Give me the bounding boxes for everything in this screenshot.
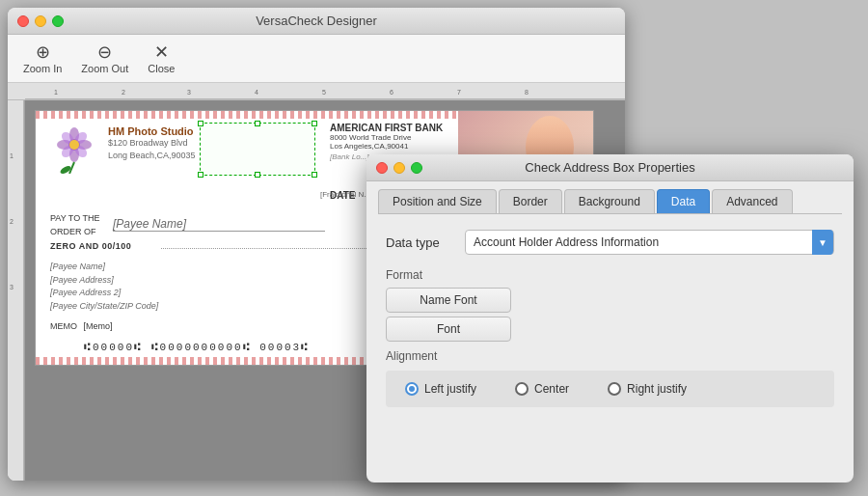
dialog-title: Check Address Box Properties	[525, 160, 694, 175]
address-line2: [Payee Address]	[50, 274, 158, 288]
svg-text:5: 5	[322, 89, 326, 96]
zoom-out-label: Zoom Out	[81, 63, 128, 74]
zoom-in-icon: ⊕	[36, 43, 50, 61]
align-center-option[interactable]: Center	[515, 382, 569, 396]
resize-handle-tl[interactable]	[198, 121, 203, 126]
ruler-left: 1 2 3	[8, 100, 25, 481]
window-controls	[17, 15, 64, 27]
format-section: Format Name Font Font	[386, 268, 834, 342]
company-name: HM Photo Studio	[108, 125, 196, 137]
svg-text:4: 4	[255, 89, 258, 96]
resize-handle-tm[interactable]	[255, 121, 260, 126]
company-address1: $120 Broadway Blvd	[108, 137, 196, 150]
data-type-select[interactable]: Account Holder Address Information ▼	[465, 230, 834, 255]
svg-text:2: 2	[10, 218, 14, 225]
dialog-window-controls	[376, 162, 422, 174]
written-amount: ZERO AND 00/100	[50, 241, 131, 251]
maximize-button[interactable]	[52, 15, 64, 27]
select-dropdown-arrow[interactable]: ▼	[812, 230, 833, 255]
resize-handle-bm[interactable]	[255, 172, 260, 178]
company-address2: Long Beach,CA,90035	[108, 150, 196, 162]
align-right-label: Right justify	[627, 382, 687, 396]
memo-label: MEMO	[50, 321, 77, 331]
toolbar: ⊕ Zoom In ⊖ Zoom Out ✕ Close	[8, 35, 625, 83]
close-label: Close	[148, 63, 175, 74]
align-left-radio[interactable]	[405, 382, 419, 396]
zoom-in-label: Zoom In	[23, 63, 62, 74]
align-right-option[interactable]: Right justify	[608, 382, 687, 396]
address-line4: [Payee City/State/ZIP Code]	[50, 300, 158, 314]
align-center-radio[interactable]	[515, 382, 529, 396]
payee-name: [Payee Name]	[113, 217, 325, 232]
data-type-label: Data type	[386, 235, 453, 250]
tab-position-size[interactable]: Position and Size	[378, 189, 497, 213]
radio-dot	[409, 386, 415, 392]
resize-handle-br[interactable]	[312, 172, 317, 178]
align-right-radio[interactable]	[608, 382, 621, 396]
zoom-out-icon: ⊖	[97, 43, 112, 61]
zoom-out-tool[interactable]: ⊖ Zoom Out	[81, 43, 128, 74]
name-font-button[interactable]: Name Font	[386, 288, 511, 313]
svg-point-22	[69, 140, 79, 150]
svg-text:1: 1	[54, 89, 58, 96]
address-block: [Payee Name] [Payee Address] [Payee Addr…	[50, 261, 158, 313]
alignment-options: Left justify Center Right justify	[386, 371, 834, 407]
svg-text:3: 3	[10, 284, 14, 290]
tab-advanced[interactable]: Advanced	[712, 189, 792, 213]
svg-text:8: 8	[525, 89, 529, 96]
close-tool[interactable]: ✕ Close	[148, 43, 175, 74]
dialog-close-button[interactable]	[376, 162, 388, 174]
close-icon: ✕	[154, 43, 169, 61]
font-button[interactable]: Font	[386, 317, 511, 342]
ruler-top: 1 2 3 4 5 6 7 8	[8, 83, 625, 100]
data-type-row: Data type Account Holder Address Informa…	[386, 230, 834, 255]
data-type-value: Account Holder Address Information	[474, 235, 659, 249]
close-button[interactable]	[17, 15, 29, 27]
main-window-title: VersaCheck Designer	[256, 14, 377, 28]
dialog-tabs: Position and Size Border Background Data…	[366, 181, 854, 213]
selected-address-box[interactable]	[200, 123, 315, 176]
check-logo	[50, 125, 98, 174]
properties-dialog: Check Address Box Properties Position an…	[366, 154, 854, 482]
format-label: Format	[386, 268, 834, 282]
align-center-label: Center	[534, 382, 569, 396]
zoom-in-tool[interactable]: ⊕ Zoom In	[23, 43, 62, 74]
resize-handle-bl[interactable]	[198, 172, 203, 178]
svg-text:1: 1	[10, 152, 14, 159]
tab-data[interactable]: Data	[657, 189, 710, 213]
memo-value: [Memo]	[84, 321, 113, 331]
memo-line: MEMO [Memo]	[50, 321, 113, 331]
format-buttons: Name Font Font	[386, 288, 834, 342]
fractional: [Fractional N...]	[320, 190, 372, 199]
pay-to-label: PAY TO THE ORDER OF	[50, 212, 100, 238]
address-line1: [Payee Name]	[50, 261, 158, 274]
resize-handle-tr[interactable]	[312, 121, 317, 126]
check-company: HM Photo Studio $120 Broadway Blvd Long …	[108, 125, 196, 161]
align-left-label: Left justify	[424, 382, 476, 396]
dialog-content: Data type Account Holder Address Informa…	[366, 214, 854, 423]
dialog-title-bar: Check Address Box Properties	[366, 154, 854, 181]
svg-text:7: 7	[457, 89, 461, 96]
alignment-label: Alignment	[386, 349, 834, 363]
alignment-section: Alignment Left justify Center Right just…	[386, 349, 834, 407]
address-line3: [Payee Address 2]	[50, 287, 158, 300]
dialog-min-button[interactable]	[393, 162, 405, 174]
svg-text:3: 3	[187, 89, 191, 96]
dialog-max-button[interactable]	[411, 162, 422, 174]
svg-text:6: 6	[390, 89, 393, 96]
svg-text:2: 2	[122, 89, 125, 96]
title-bar: VersaCheck Designer	[8, 8, 625, 35]
minimize-button[interactable]	[35, 15, 46, 27]
align-left-option[interactable]: Left justify	[405, 382, 476, 396]
tab-border[interactable]: Border	[499, 189, 562, 213]
tab-background[interactable]: Background	[564, 189, 655, 213]
